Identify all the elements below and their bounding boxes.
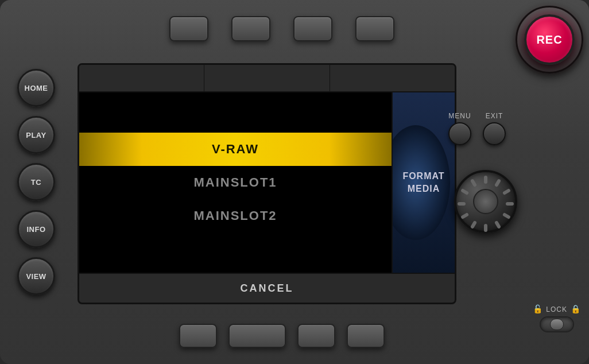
bottom-button-2[interactable] xyxy=(228,324,286,348)
menu-item-vraw[interactable]: V-RAW xyxy=(79,133,392,166)
top-button-1[interactable] xyxy=(169,16,208,41)
format-media-panel: FORMAT MEDIA xyxy=(392,92,455,273)
screen-tabs xyxy=(79,65,455,92)
screen-tab-2[interactable] xyxy=(204,65,330,91)
cancel-label: CANCEL xyxy=(241,282,294,295)
menu-item-mainslot2-label: MAINSLOT2 xyxy=(193,208,277,223)
bottom-button-4[interactable] xyxy=(347,324,385,348)
menu-exit-group: MENU EXIT xyxy=(448,112,506,145)
device-body: HOME PLAY TC INFO VIEW V-RAW M xyxy=(0,0,589,364)
main-screen: V-RAW MAINSLOT1 MAINSLOT2 FORMAT MEDIA C… xyxy=(78,63,456,304)
exit-button[interactable] xyxy=(483,122,506,145)
play-button[interactable]: PLAY xyxy=(17,116,55,154)
screen-content: V-RAW MAINSLOT1 MAINSLOT2 FORMAT MEDIA xyxy=(79,92,455,273)
rec-label: REC xyxy=(536,33,562,47)
menu-item-mainslot2[interactable]: MAINSLOT2 xyxy=(79,199,392,233)
top-buttons-row xyxy=(89,16,474,41)
top-button-4[interactable] xyxy=(355,16,394,41)
rec-button-outer: REC xyxy=(516,6,583,73)
menu-list: V-RAW MAINSLOT1 MAINSLOT2 xyxy=(79,92,392,273)
screen-tab-3[interactable] xyxy=(330,65,455,91)
lock-label: LOCK xyxy=(546,305,567,313)
tc-button[interactable]: TC xyxy=(17,163,55,201)
top-button-3[interactable] xyxy=(293,16,332,41)
cancel-button[interactable]: CANCEL xyxy=(79,273,455,303)
view-button[interactable]: VIEW xyxy=(17,257,55,295)
info-button[interactable]: INFO xyxy=(17,210,55,248)
menu-item-mainslot1[interactable]: MAINSLOT1 xyxy=(79,166,392,199)
bottom-buttons-row xyxy=(89,324,474,348)
dial-knob[interactable] xyxy=(454,170,517,233)
screen-tab-1[interactable] xyxy=(79,65,204,91)
exit-label: EXIT xyxy=(486,112,503,120)
bottom-button-3[interactable] xyxy=(297,324,335,348)
home-button[interactable]: HOME xyxy=(17,69,55,107)
lock-row: 🔓 LOCK 🔒 xyxy=(533,304,580,314)
lock-toggle[interactable] xyxy=(540,316,574,332)
menu-button[interactable] xyxy=(448,122,471,145)
lock-open-icon: 🔓 xyxy=(533,304,542,314)
bottom-button-1[interactable] xyxy=(179,324,217,348)
lock-toggle-knob xyxy=(550,319,564,330)
menu-item-vraw-label: V-RAW xyxy=(212,142,259,157)
format-media-label: FORMAT MEDIA xyxy=(402,170,444,196)
rec-button[interactable]: REC xyxy=(524,14,575,65)
lock-section: 🔓 LOCK 🔒 xyxy=(533,304,580,332)
menu-item-mainslot1-label: MAINSLOT1 xyxy=(193,175,277,190)
lock-closed-icon: 🔒 xyxy=(571,304,580,314)
menu-label: MENU xyxy=(448,112,471,120)
dial-container xyxy=(454,166,517,233)
left-buttons: HOME PLAY TC INFO VIEW xyxy=(17,69,55,295)
top-button-2[interactable] xyxy=(231,16,270,41)
